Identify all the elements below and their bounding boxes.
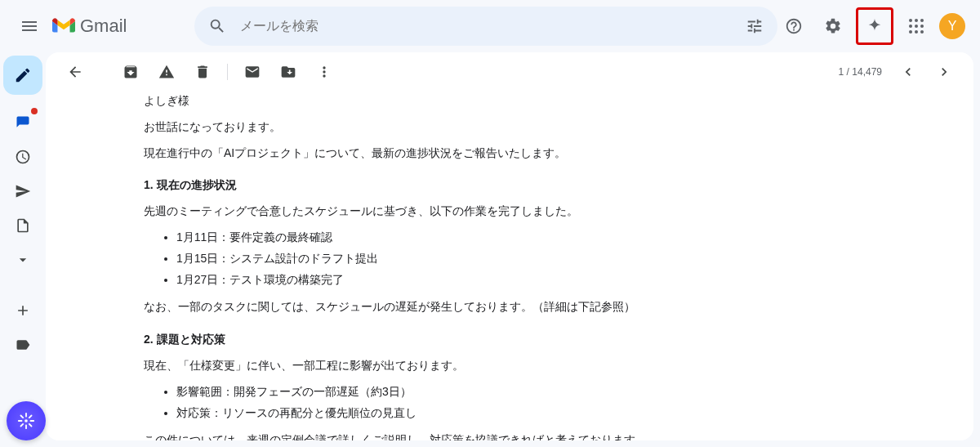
nav-inbox[interactable]: [10, 110, 36, 136]
folder-move-icon: [280, 64, 296, 80]
svg-line-5: [29, 424, 32, 427]
account-avatar[interactable]: Y: [939, 13, 965, 39]
clock-icon: [15, 149, 31, 165]
sparkle-burst-icon: [17, 412, 35, 430]
unread-badge: [31, 108, 38, 114]
chevron-down-icon: [15, 252, 31, 268]
section1-list: 1月11日：要件定義の最終確認 1月15日：システム設計のドラフト提出 1月27…: [144, 228, 830, 289]
toolbar-right: 1 / 14,479: [839, 56, 960, 88]
label-icon: [15, 337, 31, 353]
mail-icon: [244, 64, 261, 80]
list-item: 1月15日：システム設計のドラフト提出: [176, 249, 830, 269]
toolbar-separator: [227, 64, 228, 80]
list-item: 1月11日：要件定義の最終確認: [176, 228, 830, 248]
section1-title: 1. 現在の進捗状況: [144, 176, 830, 195]
list-item: 影響範囲：開発フェーズの一部遅延（約3日）: [176, 382, 830, 402]
google-apps-button[interactable]: [900, 10, 933, 42]
content-card: 1 / 14,479 よしぎ様 お世話になっております。 現在進行中の「AIプロ…: [46, 52, 973, 440]
search-bar: [194, 7, 777, 46]
section2-title: 2. 課題と対応策: [144, 330, 830, 350]
menu-icon: [20, 16, 39, 36]
chat-fab[interactable]: [7, 401, 46, 440]
nav-snoozed[interactable]: [10, 144, 36, 170]
gear-icon: [824, 17, 842, 35]
sparkle-icon: [866, 17, 884, 35]
gemini-highlight-box: [856, 7, 893, 45]
nav-more[interactable]: [10, 247, 36, 273]
search-button[interactable]: [201, 10, 234, 42]
new-label-button[interactable]: [10, 297, 36, 324]
next-button[interactable]: [928, 56, 960, 88]
svg-point-8: [24, 419, 28, 422]
gmail-m-icon: [52, 17, 75, 35]
left-nav: [0, 52, 46, 447]
svg-line-4: [20, 415, 23, 418]
main-menu-button[interactable]: [10, 7, 49, 46]
list-item: 対応策：リソースの再配分と優先順位の見直し: [176, 404, 830, 423]
search-options-button[interactable]: [738, 10, 771, 42]
gmail-logo-text: Gmail: [80, 16, 127, 37]
header-right: Y: [777, 7, 973, 45]
file-icon: [15, 217, 31, 234]
chevron-left-icon: [900, 64, 916, 80]
help-icon: [785, 17, 803, 35]
list-item: 1月27日：テスト環境の構築完了: [176, 270, 830, 290]
section1-lead: 先週のミーティングで合意したスケジュールに基づき、以下の作業を完了しました。: [144, 202, 830, 221]
prev-button[interactable]: [892, 56, 924, 88]
svg-line-6: [20, 424, 23, 427]
gmail-logo[interactable]: Gmail: [52, 16, 127, 37]
settings-button[interactable]: [817, 10, 849, 42]
inbox-icon: [15, 114, 31, 131]
delete-button[interactable]: [186, 56, 219, 88]
svg-line-7: [29, 415, 32, 418]
plus-icon: [15, 302, 31, 319]
header: Gmail Y: [0, 0, 980, 52]
spam-icon: [158, 64, 175, 80]
compose-button[interactable]: [3, 56, 42, 95]
tune-icon: [746, 17, 764, 35]
apps-grid-icon: [909, 19, 924, 34]
thread-counter: 1 / 14,479: [839, 66, 882, 78]
nav-sent[interactable]: [10, 178, 36, 204]
header-left: Gmail: [7, 7, 194, 46]
nav-drafts[interactable]: [10, 212, 36, 239]
gemini-button[interactable]: [858, 10, 891, 42]
support-button[interactable]: [777, 10, 810, 42]
mail-body-scroll[interactable]: よしぎ様 お世話になっております。 現在進行中の「AIプロジェクト」について、最…: [46, 92, 973, 440]
archive-icon: [122, 64, 139, 80]
mail-body: よしぎ様 お世話になっております。 現在進行中の「AIプロジェクト」について、最…: [95, 92, 830, 440]
section2-list: 影響範囲：開発フェーズの一部遅延（約3日） 対応策：リソースの再配分と優先順位の…: [144, 382, 830, 423]
search-icon: [208, 17, 226, 35]
mail-greeting: よしぎ様: [144, 92, 830, 111]
mail-intro: お世話になっております。: [144, 118, 830, 137]
move-to-button[interactable]: [272, 56, 305, 88]
mail-toolbar: 1 / 14,479: [46, 52, 973, 92]
arrow-back-icon: [67, 64, 83, 80]
main: 1 / 14,479 よしぎ様 お世話になっております。 現在進行中の「AIプロ…: [0, 52, 980, 447]
back-button[interactable]: [59, 56, 91, 88]
archive-button[interactable]: [114, 56, 147, 88]
section2-lead: 現在、「仕様変更」に伴い、一部工程に影響が出ております。: [144, 356, 830, 376]
avatar-initial: Y: [948, 19, 957, 34]
nav-label[interactable]: [10, 332, 36, 358]
mail-lead: 現在進行中の「AIプロジェクト」について、最新の進捗状況をご報告いたします。: [144, 144, 830, 163]
send-icon: [15, 183, 31, 199]
mark-unread-button[interactable]: [236, 56, 269, 88]
search-input[interactable]: [234, 19, 738, 34]
pencil-icon: [14, 66, 32, 84]
section1-note: なお、一部のタスクに関しては、スケジュールの遅延が発生しております。（詳細は下記…: [144, 297, 830, 317]
more-actions-button[interactable]: [308, 56, 341, 88]
spam-button[interactable]: [150, 56, 183, 88]
trash-icon: [194, 64, 211, 80]
chevron-right-icon: [936, 64, 952, 80]
section2-note: この件については、来週の定例会議で詳しくご説明し、対応策を協議できればと考えてお…: [144, 431, 830, 440]
more-vert-icon: [316, 64, 332, 80]
